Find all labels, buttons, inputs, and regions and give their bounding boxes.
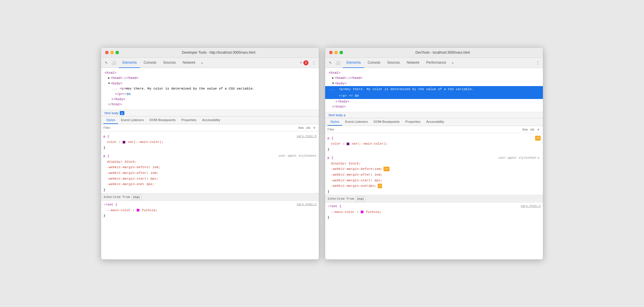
body-tag-right: <body>	[335, 81, 346, 86]
styles-tab-dom-right[interactable]: DOM Breakpoints	[371, 118, 403, 126]
tab-performance-right[interactable]: Performance	[423, 58, 450, 68]
styles-tab-a11y-right[interactable]: Accessibility	[423, 118, 447, 126]
head-arrow[interactable]: ▶	[108, 75, 110, 81]
add-style-btn-right[interactable]: +	[536, 127, 541, 132]
more-tabs-left[interactable]: »	[199, 58, 205, 68]
breadcrumb-p-right[interactable]: p	[344, 113, 346, 117]
fuchsia-swatch-left[interactable]	[137, 209, 139, 211]
styles-tabs-bar-right: Styles Event Listeners DOM Breakpoints P…	[325, 118, 543, 126]
color-swatch-left[interactable]	[123, 141, 125, 143]
styles-filter-bar-right: :hov .cls +	[325, 126, 543, 133]
minimize-button-right[interactable]	[334, 51, 338, 54]
close-button-right[interactable]	[329, 51, 333, 54]
device-icon[interactable]: ⬜	[111, 60, 117, 66]
breadcrumb-html-left[interactable]: html	[105, 111, 111, 115]
window-title-left: Developer Tools - http://localhost:3000/…	[122, 50, 315, 55]
ua-rule-close-left: }	[103, 187, 317, 193]
title-bar-left: Developer Tools - http://localhost:3000/…	[101, 48, 319, 58]
tab-elements-right[interactable]: Elements	[343, 58, 364, 68]
device-icon-right[interactable]: ⬜	[335, 60, 341, 66]
hov-btn-left[interactable]: :hov	[298, 126, 304, 129]
toolbar-left: ↖ ⬜ Elements Console Sources Network » ✕…	[101, 58, 319, 68]
tab-sources-right[interactable]: Sources	[384, 58, 403, 68]
dom-line-body-right[interactable]: ▼ <body>	[332, 81, 539, 86]
ua-orange-marker2-right: 16	[378, 184, 382, 188]
rule-header-p-right: p { 16	[327, 135, 541, 141]
tab-console-right[interactable]: Console	[364, 58, 384, 68]
head-arrow-right[interactable]: ▶	[332, 75, 334, 81]
toolbar-right-left: ✕ 1 ⋮	[300, 60, 317, 66]
error-badge-left: 1	[303, 60, 308, 65]
p-close-tag-left: </p>	[115, 92, 123, 97]
minimize-button-left[interactable]	[110, 51, 114, 54]
breadcrumb-html-right[interactable]: html	[329, 113, 335, 117]
fuchsia-swatch-right[interactable]	[361, 211, 363, 213]
html-close-left: </html>	[108, 102, 122, 107]
tab-sources-left[interactable]: Sources	[160, 58, 179, 68]
styles-tab-styles-right[interactable]: Styles	[327, 118, 342, 126]
toolbar-icons-right: ↖ ⬜	[327, 60, 341, 66]
body-arrow[interactable]: ▼	[108, 81, 110, 86]
error-group-left: ✕ 1	[300, 60, 308, 65]
styles-tab-styles-left[interactable]: Styles	[103, 116, 118, 124]
dom-line-head-right[interactable]: ▶ <head>…</head>	[332, 75, 539, 81]
inherited-text-left: Inherited from	[103, 195, 130, 200]
colon-left: :	[119, 140, 123, 144]
styles-tab-events-right[interactable]: Event Listeners	[342, 118, 371, 126]
close-button-left[interactable]	[105, 51, 109, 54]
breadcrumb-p-left[interactable]: p	[120, 111, 124, 115]
tab-elements-left[interactable]: Elements	[119, 58, 140, 68]
ua-margin-start-right: -webkit-margin-start: 0px;	[331, 178, 541, 183]
p-selector-right: p {	[327, 135, 333, 141]
rule-body-root-right: --main-color : fuchsia;	[331, 209, 541, 215]
root-rule-close-right: }	[327, 215, 541, 220]
ua-margin-before-left: -webkit-margin-before: 1em;	[107, 164, 317, 170]
maximize-button-left[interactable]	[115, 51, 119, 54]
tab-console-left[interactable]: Console	[140, 58, 160, 68]
eq-sign-right: ==	[349, 94, 355, 98]
dom-line-p-selected-right[interactable]: ... <p>Hey there. My color is determined…	[325, 86, 543, 92]
styles-filter-bar-left: :hov .cls +	[101, 124, 319, 131]
ua-source-left: user agent stylesheet	[279, 154, 317, 159]
inherited-html-badge-right: html	[356, 196, 365, 202]
cursor-icon[interactable]: ↖	[103, 60, 109, 66]
p-source-left[interactable]: vars.html:5	[297, 134, 317, 139]
tab-network-right[interactable]: Network	[403, 58, 423, 68]
styles-tab-a11y-left[interactable]: Accessibility	[199, 116, 223, 124]
dom-line-p-close-selected-right[interactable]: </p> == $0	[325, 93, 543, 99]
more-tabs-right[interactable]: »	[450, 58, 456, 68]
dom-line-body[interactable]: ▼ <body>	[108, 81, 315, 86]
styles-tab-props-right[interactable]: Properties	[402, 118, 423, 126]
kebab-menu-left[interactable]: ⋮	[311, 60, 317, 66]
breadcrumb-left: html body p	[101, 110, 319, 116]
p-open-tag-right: <p>	[339, 87, 345, 91]
root-source-right[interactable]: vars.html:2	[521, 204, 541, 209]
p-rule-close-left: }	[103, 145, 317, 151]
styles-tab-dom-left[interactable]: DOM Breakpoints	[147, 116, 179, 124]
cls-btn-left[interactable]: .cls	[306, 126, 311, 129]
breadcrumb-body-left[interactable]: body	[112, 111, 119, 115]
styles-panel-left: :hov .cls + p { vars.html:5 color :	[101, 124, 319, 259]
css-rule-p-color-right: p { 16 color : var(--main-color); }	[325, 135, 543, 153]
maximize-button-right[interactable]	[340, 51, 343, 54]
hov-btn-right[interactable]: :hov	[522, 128, 528, 131]
styles-tab-events-left[interactable]: Event Listeners	[118, 116, 146, 124]
cursor-icon-right[interactable]: ↖	[327, 60, 333, 66]
ua-margin-after-left: -webkit-margin-after: 1em;	[107, 170, 317, 176]
tab-network-left[interactable]: Network	[179, 58, 199, 68]
root-source-left[interactable]: vars.html:2	[297, 202, 317, 207]
kebab-menu-right[interactable]: ⋮	[535, 60, 541, 66]
color-swatch-right[interactable]	[347, 143, 349, 145]
add-style-btn-left[interactable]: +	[312, 125, 317, 130]
css-rule-p-color-left: p { vars.html:5 color : var(--main-color…	[101, 133, 319, 151]
window-title-right: DevTools - localhost:3000/vars.html	[346, 50, 539, 55]
filter-input-right[interactable]	[327, 128, 520, 131]
body-arrow-right[interactable]: ▼	[332, 81, 334, 86]
filter-input-left[interactable]	[103, 126, 296, 129]
styles-tab-props-left[interactable]: Properties	[178, 116, 199, 124]
cls-btn-right[interactable]: .cls	[530, 128, 535, 131]
root-colon-left: :	[133, 208, 137, 212]
p-content-right: <p>Hey there. My color is determined by …	[339, 87, 474, 91]
breadcrumb-body-right[interactable]: body	[336, 113, 343, 117]
dom-line-head[interactable]: ▶ <head>…</head>	[108, 75, 315, 81]
